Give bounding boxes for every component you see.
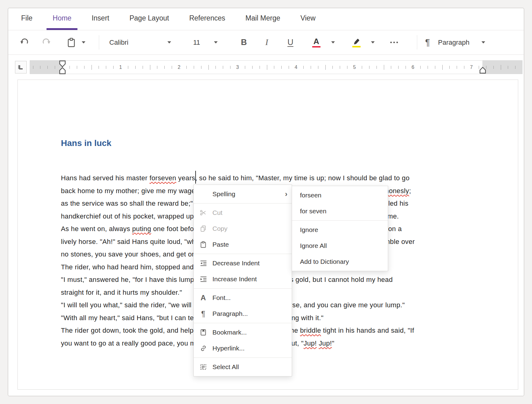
ruler-number: 6	[410, 61, 416, 74]
menu-item-font[interactable]: AFont...	[194, 290, 292, 306]
ruler-tick	[69, 66, 70, 69]
ruler-tick	[201, 66, 201, 69]
page-top-edge	[17, 80, 518, 80]
clipboard-icon	[66, 37, 76, 48]
tab-references[interactable]: References	[183, 8, 231, 30]
undo-button[interactable]	[20, 30, 29, 54]
menu-item-label: for seven	[300, 208, 384, 215]
paragraph-menu-button[interactable]: Paragraph	[438, 30, 470, 54]
ruler-tick	[464, 66, 464, 69]
text-run: As he went on, always	[61, 225, 132, 233]
menu-item-hyperlink[interactable]: Hyperlink...	[194, 340, 292, 356]
font-size-select[interactable]: 11	[193, 30, 200, 54]
menu-item-ignore-all[interactable]: Ignore All	[292, 238, 388, 254]
ruler-tick	[150, 65, 150, 70]
ruler-tick	[508, 66, 508, 69]
ruler-tick	[311, 66, 311, 69]
menu-item-for-seven[interactable]: for seven	[292, 203, 388, 219]
menu-item-paragraph[interactable]: ¶Paragraph...	[194, 306, 292, 322]
menu-item-label: Ignore	[300, 226, 384, 234]
tab-home[interactable]: Home	[47, 8, 77, 30]
menu-item-add-to-dictionary[interactable]: Add to Dictionary	[292, 254, 388, 270]
toolbar-divider	[99, 35, 99, 50]
ruler-tick	[391, 66, 391, 69]
menu-item-label: Decrease Indent	[212, 260, 287, 267]
menu-item-forseen[interactable]: forseen	[292, 187, 388, 203]
ruler-tick	[135, 66, 136, 69]
highlight-button[interactable]	[352, 30, 361, 54]
menu-item-ignore[interactable]: Ignore	[292, 222, 388, 238]
font-color-button[interactable]: A	[312, 30, 320, 54]
rich-text-editor: FileHomeInsertPage LayoutReferencesMail …	[8, 8, 524, 396]
menu-item-spelling[interactable]: Spelling›	[194, 186, 292, 202]
ruler-number: 4	[293, 61, 299, 74]
chevron-down-icon	[331, 41, 335, 43]
menu-item-paste[interactable]: Paste	[194, 237, 292, 252]
ruler-tick	[143, 66, 143, 69]
text-cursor	[195, 171, 196, 184]
highlight-dropdown[interactable]	[371, 30, 375, 54]
page-left-edge	[17, 80, 18, 390]
paste-dropdown[interactable]	[82, 30, 85, 54]
underline-button[interactable]: U	[287, 30, 294, 54]
tab-mail-merge[interactable]: Mail Merge	[239, 8, 287, 30]
chevron-down-icon	[82, 41, 85, 43]
text-run: Hans had served his master	[61, 174, 149, 182]
ruler-tick	[267, 65, 267, 70]
paragraph-dropdown[interactable]	[481, 30, 485, 54]
redo-button[interactable]	[42, 30, 51, 54]
ruler-tick	[384, 65, 384, 70]
text-run: straight for it, and it hurts my shoulde…	[61, 289, 182, 296]
document-heading: Hans in luck	[61, 138, 111, 148]
tab-page-layout[interactable]: Page Layout	[123, 8, 175, 30]
ruler-tick	[457, 66, 457, 69]
ruler-tick	[208, 65, 209, 70]
tab-label: References	[189, 14, 225, 22]
menu-item-label: Paragraph...	[212, 310, 287, 317]
font-name-dropdown[interactable]	[167, 30, 171, 54]
document-viewport[interactable]: Hans in luck Hans had served his master …	[8, 77, 524, 396]
ruler-tick	[501, 65, 501, 70]
tab-label: Page Layout	[129, 14, 169, 22]
ruler-tick	[398, 66, 399, 69]
ruler-tick	[493, 66, 494, 69]
tab-type-icon	[17, 64, 24, 71]
chevron-right-icon: ›	[285, 190, 287, 198]
menu-item-increase-indent[interactable]: Increase Indent	[194, 271, 292, 287]
ruler-right-margin	[482, 61, 522, 74]
menu-separator	[292, 220, 388, 221]
ruler-tick	[47, 66, 48, 69]
redo-icon	[42, 38, 51, 47]
menu-item-bookmark[interactable]: Bookmark...	[194, 324, 292, 340]
ribbon-tab-bar: FileHomeInsertPage LayoutReferencesMail …	[8, 8, 524, 30]
tab-insert[interactable]: Insert	[85, 8, 115, 30]
tab-file[interactable]: File	[15, 8, 39, 30]
ruler-tick	[194, 66, 194, 69]
tab-view[interactable]: View	[294, 8, 322, 30]
ruler-number: 2	[176, 61, 182, 74]
right-indent-marker[interactable]	[479, 67, 486, 74]
font-color-dropdown[interactable]	[331, 30, 335, 54]
menu-item-select-all[interactable]: Select All	[194, 359, 292, 375]
paste-button[interactable]	[66, 30, 76, 54]
menu-separator	[194, 323, 292, 323]
ruler-number: 7	[468, 61, 474, 74]
font-size-dropdown[interactable]	[214, 30, 218, 54]
text-run: tight in his hands and said, "If	[321, 327, 414, 334]
ruler-tick	[347, 66, 347, 69]
ruler-tick	[420, 66, 421, 69]
ruler-tick	[99, 66, 99, 69]
bold-button[interactable]: B	[241, 30, 247, 54]
pilcrow-icon: ¶	[199, 310, 207, 318]
indent-markers[interactable]	[59, 60, 66, 75]
italic-button[interactable]: I	[265, 30, 268, 54]
chevron-down-icon	[371, 41, 375, 43]
misspelled-word: puting	[132, 225, 151, 233]
bookmark-icon	[199, 328, 207, 336]
menu-item-decrease-indent[interactable]: Decrease Indent	[194, 255, 292, 271]
font-name-select[interactable]: Calibri	[109, 30, 128, 54]
tab-stop-selector[interactable]	[15, 61, 27, 73]
ruler-tick	[281, 66, 282, 69]
more-options-button[interactable]	[390, 30, 398, 54]
menu-item-label: Increase Indent	[212, 275, 287, 283]
